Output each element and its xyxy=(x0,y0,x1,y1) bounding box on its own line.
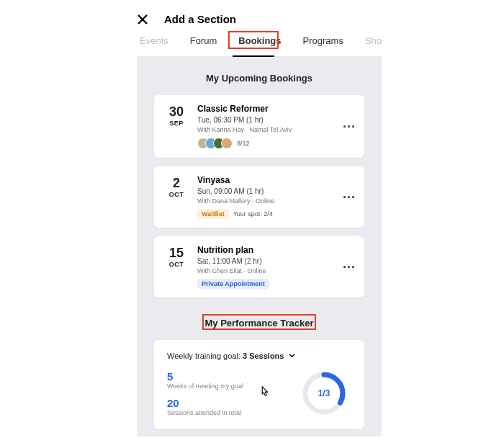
tab-programs[interactable]: Programs xyxy=(303,35,343,52)
tab-bookings[interactable]: Bookings xyxy=(238,35,281,52)
booking-day: 30 xyxy=(164,105,189,120)
session-location: With Dana Mallory · Online xyxy=(197,197,354,205)
booking-card[interactable]: 2 OCT Vinyasa Sun, 09:00 AM (1 hr) With … xyxy=(154,166,364,228)
booking-day: 15 xyxy=(164,246,189,261)
session-location: With Chen Eilat · Online xyxy=(197,267,354,274)
capacity: 8/12 xyxy=(237,140,250,147)
booking-day: 2 xyxy=(164,176,189,191)
session-title: Classic Reformer xyxy=(197,104,354,114)
waitlist-badge: Waitlist xyxy=(197,209,229,219)
close-icon[interactable] xyxy=(137,14,148,25)
booking-month: OCT xyxy=(164,261,189,268)
more-icon[interactable]: ··· xyxy=(343,259,356,274)
attendee-avatars xyxy=(197,138,233,149)
tab-events[interactable]: Events xyxy=(140,35,168,52)
booking-card[interactable]: 30 SEP Classic Reformer Tue, 06:30 PM (1… xyxy=(154,95,364,158)
session-title: Nutrition plan xyxy=(197,245,354,255)
tab-shop[interactable]: Sho xyxy=(365,35,382,52)
booking-month: OCT xyxy=(164,191,189,198)
more-icon[interactable]: ··· xyxy=(343,189,356,205)
tab-forum[interactable]: Forum xyxy=(190,35,217,52)
tracker-card: Weekly training goal: 3 Sessions 5 Weeks… xyxy=(154,340,364,429)
private-badge: Private Appointment xyxy=(197,279,269,289)
session-time: Sat, 11:00 AM (2 hr) xyxy=(197,257,354,265)
session-location: With Karina Hay · Namal Tel Aviv xyxy=(197,126,354,133)
chevron-down-icon[interactable] xyxy=(289,352,295,359)
progress-text: 1/3 xyxy=(301,370,347,416)
tabs: Events Forum Bookings Programs Sho xyxy=(137,35,382,57)
sessions-count: 20 xyxy=(167,397,243,409)
session-time: Tue, 06:30 PM (1 hr) xyxy=(197,116,354,124)
session-time: Sun, 09:00 AM (1 hr) xyxy=(197,187,354,195)
preview-pane: My Upcoming Bookings 30 SEP Classic Refo… xyxy=(137,57,382,437)
goal-line[interactable]: Weekly training goal: 3 Sessions xyxy=(167,352,351,360)
dialog-title: Add a Section xyxy=(164,13,236,25)
more-icon[interactable]: ··· xyxy=(343,119,356,134)
weeks-count: 5 xyxy=(167,370,243,383)
weeks-label: Weeks of meeting my goal xyxy=(167,383,243,390)
upcoming-heading: My Upcoming Bookings xyxy=(154,73,364,84)
progress-ring: 1/3 xyxy=(301,370,347,416)
booking-month: SEP xyxy=(164,120,189,127)
sessions-label: Sessions attended in total xyxy=(167,409,243,416)
tracker-heading: My Performance Tracker xyxy=(204,318,313,328)
booking-card[interactable]: 15 OCT Nutrition plan Sat, 11:00 AM (2 h… xyxy=(154,236,364,298)
session-title: Vinyasa xyxy=(197,175,354,185)
waitlist-spot: Your spot: 2/4 xyxy=(233,210,273,218)
